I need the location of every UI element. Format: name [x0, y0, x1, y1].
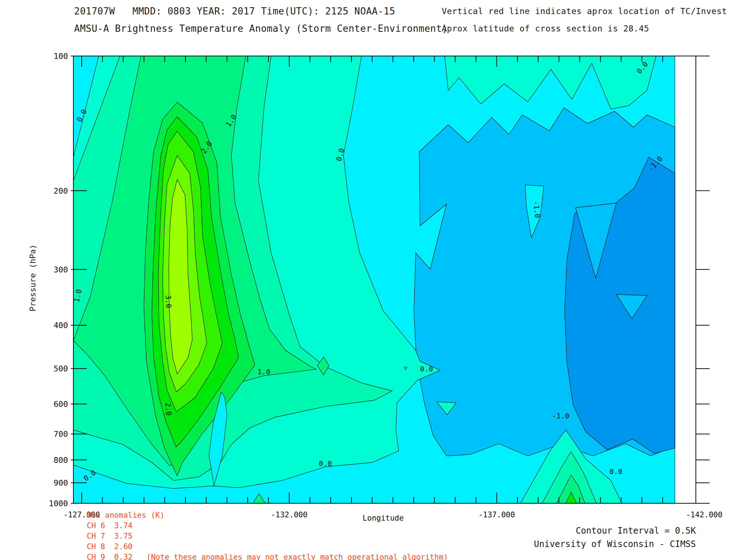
y-tick-label: 100: [53, 52, 68, 61]
x-axis-title: Longitude: [363, 514, 404, 522]
anomaly-disclaimer-note: (Note these anomalies may not exactly ma…: [146, 552, 448, 560]
contour-label: 0.0: [319, 459, 332, 468]
x-tick-label: -137.000: [478, 511, 515, 519]
y-tick-label: 400: [53, 321, 68, 330]
contour-plot: 1002003004005006007008009001000-127.000-…: [0, 0, 732, 560]
x-tick-label: -132.000: [271, 511, 307, 519]
contour-label: 1.0: [257, 367, 270, 376]
y-tick-label: 300: [53, 265, 68, 274]
contour-label: 0.0: [609, 467, 622, 476]
contour-label: 2.0: [163, 402, 173, 416]
contour-label: 0.0: [420, 365, 433, 373]
y-tick-label: 700: [53, 430, 68, 439]
y-tick-label: 600: [53, 400, 68, 409]
channel-anomaly-ch9: CH 9 0.32: [87, 552, 132, 560]
y-tick-label: 1000: [49, 499, 68, 508]
credit-label: University of Wisconsin - CIMSS: [534, 539, 696, 549]
channel-anomaly-ch6: CH 6 3.74: [87, 521, 132, 531]
max-anomalies-title: Max anomalies (K): [87, 510, 164, 521]
y-tick-label: 500: [53, 364, 68, 373]
amsu-cross-section-page: 201707W MMDD: 0803 YEAR: 2017 Time(UTC):…: [0, 0, 732, 560]
channel-anomaly-ch7: CH 7 3.75: [87, 531, 132, 542]
contour-label: -1.0: [532, 200, 542, 218]
x-tick-label: -142.000: [686, 511, 722, 519]
y-tick-label: 900: [53, 478, 68, 487]
contour-label: -1.0: [552, 412, 569, 420]
contour-label: 3.0: [164, 295, 173, 308]
y-tick-label: 800: [53, 456, 68, 465]
channel-anomaly-ch8: CH 8 2.60: [87, 542, 132, 552]
contour-interval-label: Contour Interval = 0.5K: [576, 526, 696, 536]
y-tick-label: 200: [53, 186, 68, 195]
